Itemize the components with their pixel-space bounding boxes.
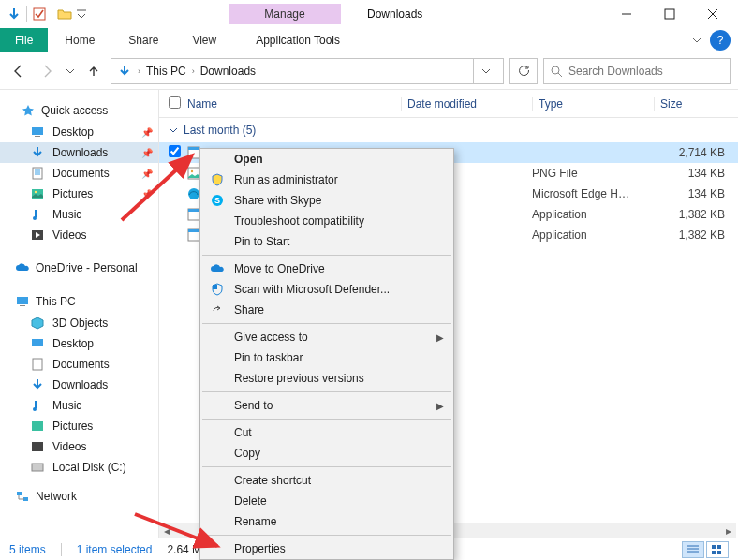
pc-icon bbox=[15, 294, 30, 309]
sidebar-item-downloads[interactable]: Downloads📌 bbox=[0, 142, 158, 163]
quick-access-heading[interactable]: Quick access bbox=[0, 101, 158, 122]
menu-restore-previous-versions[interactable]: Restore previous versions bbox=[200, 368, 453, 389]
icons-view-button[interactable] bbox=[706, 541, 729, 558]
menu-move-to-onedrive[interactable]: Move to OneDrive bbox=[200, 258, 453, 279]
view-tab[interactable]: View bbox=[175, 28, 233, 52]
column-type[interactable]: Type bbox=[532, 97, 654, 111]
menu-scan-defender[interactable]: Scan with Microsoft Defender... bbox=[200, 279, 453, 300]
details-view-button[interactable] bbox=[682, 541, 704, 558]
sidebar-item-pc-music[interactable]: Music bbox=[0, 395, 158, 416]
menu-delete[interactable]: Delete bbox=[200, 491, 453, 511]
column-size[interactable]: Size bbox=[654, 97, 729, 111]
menu-pin-to-taskbar[interactable]: Pin to taskbar bbox=[200, 347, 453, 368]
menu-pin-to-start[interactable]: Pin to Start bbox=[200, 231, 453, 252]
sidebar-item-pc-desktop[interactable]: Desktop bbox=[0, 333, 158, 354]
chevron-right-icon: ▶ bbox=[436, 332, 444, 343]
address-dropdown-icon[interactable] bbox=[473, 59, 497, 83]
chevron-right-icon: ▶ bbox=[436, 401, 444, 411]
network-heading[interactable]: Network bbox=[0, 487, 158, 508]
svg-rect-11 bbox=[20, 305, 25, 306]
qat-check-icon[interactable] bbox=[29, 4, 50, 24]
recent-locations-icon[interactable] bbox=[64, 60, 77, 82]
sidebar-item-3d-objects[interactable]: 3D Objects bbox=[0, 313, 158, 333]
row-checkbox[interactable] bbox=[169, 145, 181, 157]
breadcrumb-this-pc[interactable]: This PC bbox=[146, 65, 186, 78]
svg-point-2 bbox=[552, 66, 559, 74]
help-button[interactable]: ? bbox=[710, 30, 731, 51]
close-button[interactable] bbox=[691, 1, 734, 27]
column-name[interactable]: Name bbox=[187, 97, 401, 111]
qat-folder-icon[interactable] bbox=[54, 4, 75, 24]
minimize-button[interactable] bbox=[605, 1, 648, 27]
up-button[interactable] bbox=[82, 60, 105, 82]
sidebar-item-documents[interactable]: Documents📌 bbox=[0, 163, 158, 184]
onedrive-heading[interactable]: OneDrive - Personal bbox=[0, 258, 158, 279]
svg-rect-13 bbox=[33, 359, 42, 370]
sidebar-item-videos[interactable]: Videos bbox=[0, 225, 158, 245]
sidebar-item-music[interactable]: Music bbox=[0, 204, 158, 225]
address-bar: › This PC › Downloads Search Downloads bbox=[0, 52, 738, 90]
videos-icon bbox=[30, 439, 45, 454]
qat-down-arrow-icon bbox=[4, 4, 24, 24]
window-title: Downloads bbox=[367, 7, 422, 21]
select-all-checkbox[interactable] bbox=[169, 96, 181, 109]
svg-rect-15 bbox=[32, 421, 43, 431]
pin-icon: 📌 bbox=[141, 189, 153, 199]
application-tools-tab[interactable]: Application Tools bbox=[246, 28, 349, 52]
address-field[interactable]: › This PC › Downloads bbox=[111, 58, 504, 84]
search-input[interactable]: Search Downloads bbox=[543, 58, 731, 84]
sidebar-item-pc-downloads[interactable]: Downloads bbox=[0, 375, 158, 395]
svg-rect-28 bbox=[188, 229, 199, 232]
svg-rect-29 bbox=[712, 545, 716, 549]
column-headers[interactable]: Name Date modified Type Size bbox=[159, 90, 738, 118]
sidebar-item-pc-videos[interactable]: Videos bbox=[0, 436, 158, 457]
menu-share[interactable]: Share bbox=[200, 300, 453, 320]
svg-rect-35 bbox=[213, 285, 217, 289]
svg-rect-4 bbox=[35, 136, 40, 137]
column-date[interactable]: Date modified bbox=[401, 97, 532, 111]
file-tab[interactable]: File bbox=[0, 28, 48, 52]
desktop-icon bbox=[30, 336, 45, 351]
share-tab[interactable]: Share bbox=[111, 28, 175, 52]
scroll-left-icon[interactable]: ◂ bbox=[159, 523, 174, 538]
menu-send-to[interactable]: Send to▶ bbox=[200, 395, 453, 416]
svg-point-7 bbox=[35, 191, 37, 193]
chevron-down-icon bbox=[169, 125, 178, 135]
sidebar-item-local-disk[interactable]: Local Disk (C:) bbox=[0, 457, 158, 478]
pictures-icon bbox=[30, 419, 45, 434]
title-bar: Manage Downloads bbox=[0, 0, 738, 28]
star-icon bbox=[21, 103, 36, 118]
group-header-last-month[interactable]: Last month (5) bbox=[159, 118, 738, 142]
refresh-button[interactable] bbox=[509, 58, 538, 84]
menu-open[interactable]: Open bbox=[200, 149, 453, 169]
pictures-icon bbox=[30, 186, 45, 201]
sidebar-item-desktop[interactable]: Desktop📌 bbox=[0, 122, 158, 142]
manage-tab[interactable]: Manage bbox=[229, 4, 341, 24]
menu-run-as-administrator[interactable]: Run as administrator bbox=[200, 169, 453, 190]
menu-create-shortcut[interactable]: Create shortcut bbox=[200, 470, 453, 491]
back-button[interactable] bbox=[7, 60, 30, 82]
menu-rename[interactable]: Rename bbox=[200, 511, 453, 532]
menu-troubleshoot-compatibility[interactable]: Troubleshoot compatibility bbox=[200, 211, 453, 231]
breadcrumb-downloads[interactable]: Downloads bbox=[200, 65, 256, 78]
menu-cut[interactable]: Cut bbox=[200, 422, 453, 443]
pin-icon: 📌 bbox=[141, 169, 153, 179]
sidebar-item-pictures[interactable]: Pictures📌 bbox=[0, 184, 158, 204]
menu-give-access-to[interactable]: Give access to▶ bbox=[200, 327, 453, 347]
sidebar-item-pc-documents[interactable]: Documents bbox=[0, 354, 158, 375]
menu-properties[interactable]: Properties bbox=[200, 538, 453, 559]
home-tab[interactable]: Home bbox=[48, 28, 111, 52]
collapse-ribbon-icon[interactable] bbox=[684, 28, 710, 52]
svg-rect-30 bbox=[717, 545, 721, 549]
scroll-right-icon[interactable]: ▸ bbox=[721, 523, 736, 538]
onedrive-icon bbox=[208, 263, 227, 274]
sidebar-item-pc-pictures[interactable]: Pictures bbox=[0, 416, 158, 436]
menu-copy[interactable]: Copy bbox=[200, 443, 453, 464]
forward-button[interactable] bbox=[36, 60, 58, 82]
svg-rect-26 bbox=[188, 209, 199, 212]
qat-dropdown-icon[interactable] bbox=[75, 4, 88, 24]
cube-icon bbox=[30, 316, 45, 331]
this-pc-heading[interactable]: This PC bbox=[0, 292, 158, 313]
maximize-button[interactable] bbox=[648, 1, 691, 27]
menu-share-with-skype[interactable]: SShare with Skype bbox=[200, 190, 453, 211]
